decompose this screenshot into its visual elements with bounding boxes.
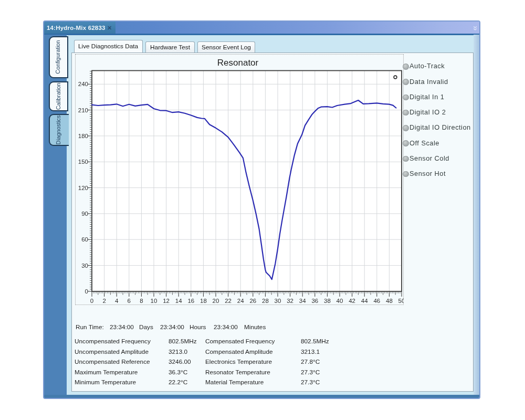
svg-text:6: 6 (127, 298, 130, 304)
svg-text:12: 12 (163, 298, 170, 304)
svg-text:30: 30 (274, 298, 281, 304)
svg-text:46: 46 (373, 298, 380, 304)
svg-text:48: 48 (386, 298, 393, 304)
svg-text:26: 26 (249, 298, 256, 304)
svg-text:22: 22 (225, 298, 232, 304)
svg-text:36: 36 (311, 298, 318, 304)
svg-text:240: 240 (78, 81, 88, 87)
svg-text:120: 120 (78, 185, 88, 191)
svg-text:150: 150 (78, 159, 88, 165)
svg-text:210: 210 (78, 107, 88, 113)
svg-text:8: 8 (140, 298, 143, 304)
svg-text:44: 44 (361, 298, 368, 304)
svg-text:0: 0 (90, 298, 93, 304)
svg-text:42: 42 (349, 298, 355, 304)
svg-text:2: 2 (102, 298, 106, 304)
svg-text:32: 32 (287, 298, 293, 304)
svg-text:16: 16 (187, 298, 194, 304)
svg-text:20: 20 (212, 298, 219, 304)
svg-text:40: 40 (336, 298, 343, 304)
svg-text:10: 10 (150, 298, 157, 304)
svg-text:Resonator: Resonator (217, 58, 258, 68)
svg-text:90: 90 (81, 211, 88, 217)
svg-text:50: 50 (398, 298, 403, 304)
svg-text:18: 18 (200, 298, 207, 304)
svg-text:60: 60 (81, 236, 88, 243)
svg-text:38: 38 (324, 298, 331, 304)
svg-text:180: 180 (78, 133, 88, 139)
svg-text:24: 24 (237, 298, 244, 304)
svg-text:30: 30 (81, 262, 88, 269)
svg-text:4: 4 (114, 298, 118, 304)
svg-text:14: 14 (175, 298, 182, 304)
svg-text:0: 0 (85, 288, 88, 295)
svg-text:28: 28 (262, 298, 269, 304)
svg-text:34: 34 (299, 298, 306, 304)
